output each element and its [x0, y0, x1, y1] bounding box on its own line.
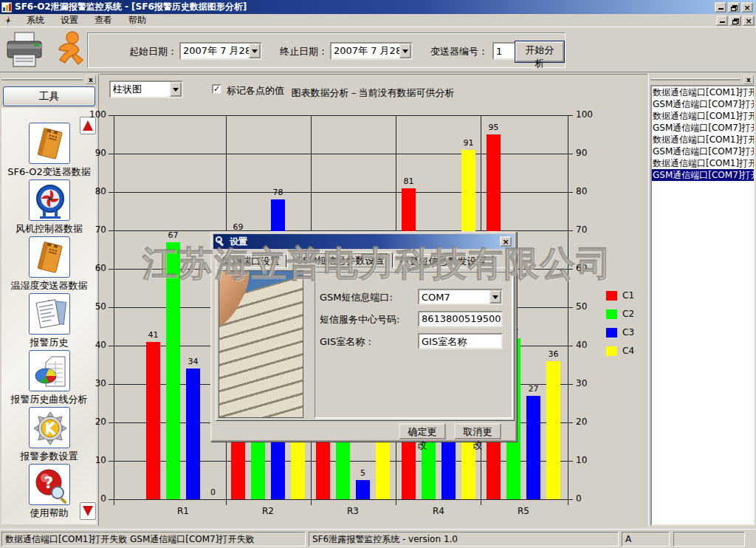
tick-left	[109, 154, 114, 154]
x-axis-label: R1	[168, 506, 198, 516]
confirm-change-button[interactable]: 确定更改	[399, 423, 446, 439]
dialog-text-field-1[interactable]: 8613800519500	[418, 311, 503, 327]
bar-C3-R5	[526, 396, 540, 499]
start-date-combo[interactable]: 2007年 7 月28日	[179, 42, 262, 60]
sidebar-item-label: 温湿度变送器数据	[1, 279, 97, 292]
y-axis-label-right: 10	[576, 455, 587, 465]
bar-value-label: 78	[265, 188, 292, 197]
menu-bar: 系统设置查看帮助 ×	[0, 14, 756, 27]
tick-left	[109, 499, 114, 500]
gridline-h	[114, 115, 568, 116]
tick-left	[109, 307, 114, 308]
chevron-down-icon[interactable]	[489, 290, 501, 304]
tick-right	[568, 461, 573, 462]
alarm-params-icon	[29, 407, 70, 448]
mdi-restore-button[interactable]	[729, 16, 741, 26]
keyboard-photo	[219, 270, 303, 418]
legend-label: C1	[622, 290, 634, 301]
help-icon: ?	[29, 464, 70, 505]
log-item-4[interactable]: 数据通信端口[COM1]打开失败	[652, 134, 754, 145]
y-axis-label-left: 0	[78, 493, 106, 504]
y-axis-label-right: 100	[576, 109, 593, 120]
log-item-0[interactable]: 数据通信端口[COM1]打开失败	[652, 86, 754, 98]
end-date-combo[interactable]: 2007年 7 月28日	[330, 42, 413, 60]
status-bar: 数据通信端口[COM1]打开失败 GSM通信端口[COM7]打开失败SF6泄露报…	[0, 529, 756, 548]
gridline-h	[114, 499, 568, 500]
dialog-text-field-2[interactable]: GIS室名称	[418, 333, 503, 349]
print-icon[interactable]	[4, 30, 44, 69]
legend-label: C2	[622, 309, 634, 319]
sidebar-item-6[interactable]: ?使用帮助	[1, 464, 97, 520]
window-title: SF6-O2泄漏报警监控系统 - [SF6报警历史数据图形分析]	[15, 1, 247, 13]
log-list[interactable]: 数据通信端口[COM1]打开失败GSM通信端口[COM7]打开失败数据通信端口[…	[650, 85, 755, 526]
dialog-close-button[interactable]: ×	[500, 236, 512, 247]
menu-item-1[interactable]: 设置	[54, 13, 85, 27]
legend-swatch-C2	[606, 309, 617, 319]
toolbar-filter-group: 起始日期： 2007年 7 月28日 终止日期： 2007年 7 月28日 变送…	[87, 32, 566, 68]
start-analysis-button[interactable]: 开始分析	[515, 41, 564, 62]
y-axis-label-right: 30	[576, 378, 587, 388]
cancel-change-button[interactable]: 取消更改	[454, 423, 501, 439]
dialog-field-label-2: GIS室名称：	[320, 335, 374, 349]
menu-item-3[interactable]: 帮助	[122, 13, 153, 27]
chevron-down-icon[interactable]	[249, 44, 261, 58]
log-item-5[interactable]: GSM通信端口[COM7]打开失败	[652, 145, 754, 157]
app-window: SF6-O2泄漏报警监控系统 - [SF6报警历史数据图形分析] × 系统设置查…	[0, 0, 756, 548]
mdi-close-button[interactable]: ×	[743, 16, 755, 26]
menu-item-2[interactable]: 查看	[88, 13, 119, 27]
y-axis-label-left: 30	[78, 378, 106, 388]
y-axis-label-left: 10	[78, 455, 106, 465]
legend-swatch-C4	[606, 346, 617, 356]
dialog-tab-label: GSM短信息参数设置	[294, 254, 386, 267]
log-item-6[interactable]: 数据通信端口[COM1]打开失败	[652, 157, 754, 169]
bar-C2-R1	[166, 242, 180, 499]
y-axis-label-right: 40	[576, 340, 587, 350]
minimize-button[interactable]	[715, 2, 726, 13]
log-item-2[interactable]: 数据通信端口[COM1]打开失败	[652, 110, 754, 122]
transmitter-label: 变送器编号：	[430, 45, 488, 58]
sidebar-item-label: SF6-O2变送器数据	[1, 165, 97, 179]
tools-header-button[interactable]: 工具	[3, 86, 95, 106]
log-item-1[interactable]: GSM通信端口[COM7]打开失败	[652, 98, 754, 110]
end-date-label: 终止日期：	[280, 45, 328, 58]
dialog-tab-1[interactable]: GSM短信息参数设置	[287, 252, 393, 268]
dialog-tab-label: 报警短信息群发设置	[400, 256, 487, 267]
dialog-tab-2[interactable]: 报警短信息群发设置	[394, 254, 493, 268]
dialog-tabs: 监测端口设置GSM短信息参数设置报警短信息群发设置	[216, 252, 494, 268]
tick-left	[109, 346, 114, 346]
bar-C3-R1	[186, 369, 200, 499]
mdi-minimize-button[interactable]	[716, 16, 728, 26]
tick-right	[568, 230, 573, 231]
axis-v	[568, 115, 568, 505]
dialog-field-label-1: 短信服务中心号码:	[320, 313, 399, 326]
log-panel-grip[interactable]: x	[649, 75, 756, 84]
menu-item-0[interactable]: 系统	[20, 13, 51, 27]
gsm-port-combo[interactable]: COM7	[418, 289, 503, 305]
close-button[interactable]: ×	[741, 2, 753, 13]
bar-value-label: 95	[481, 123, 507, 132]
log-item-3[interactable]: GSM通信端口[COM7]打开失败	[652, 122, 754, 134]
legend-swatch-C1	[606, 291, 617, 301]
legend-label: C4	[622, 346, 634, 356]
restore-button[interactable]	[728, 2, 740, 13]
tick-right	[568, 115, 573, 116]
close-icon[interactable]: x	[743, 75, 754, 84]
alarm-history-icon	[29, 293, 70, 335]
close-icon[interactable]: x	[86, 75, 96, 84]
tick-right	[568, 422, 573, 423]
sidebar-grip[interactable]: x	[0, 75, 99, 84]
toolbar: 起始日期： 2007年 7 月28日 终止日期： 2007年 7 月28日 变送…	[0, 27, 756, 72]
chevron-down-icon[interactable]	[399, 44, 411, 58]
title-bar: SF6-O2泄漏报警监控系统 - [SF6报警历史数据图形分析] ×	[0, 0, 756, 14]
y-axis-label-right: 0	[576, 493, 582, 504]
log-item-7[interactable]: GSM通信端口[COM7]打开失败	[652, 169, 754, 181]
y-axis-label-right: 70	[576, 225, 587, 235]
messenger-man-icon[interactable]	[50, 30, 86, 69]
fan-controller-icon	[29, 179, 70, 221]
tick-left	[109, 115, 114, 116]
tick-right	[568, 307, 573, 308]
dialog-tab-0[interactable]: 监测端口设置	[216, 254, 286, 268]
dialog-title-bar[interactable]: 设置 ×	[213, 234, 514, 249]
mdi-child-icon	[2, 15, 14, 27]
sidebar-item-label: 报警历史曲线分析	[1, 393, 97, 406]
